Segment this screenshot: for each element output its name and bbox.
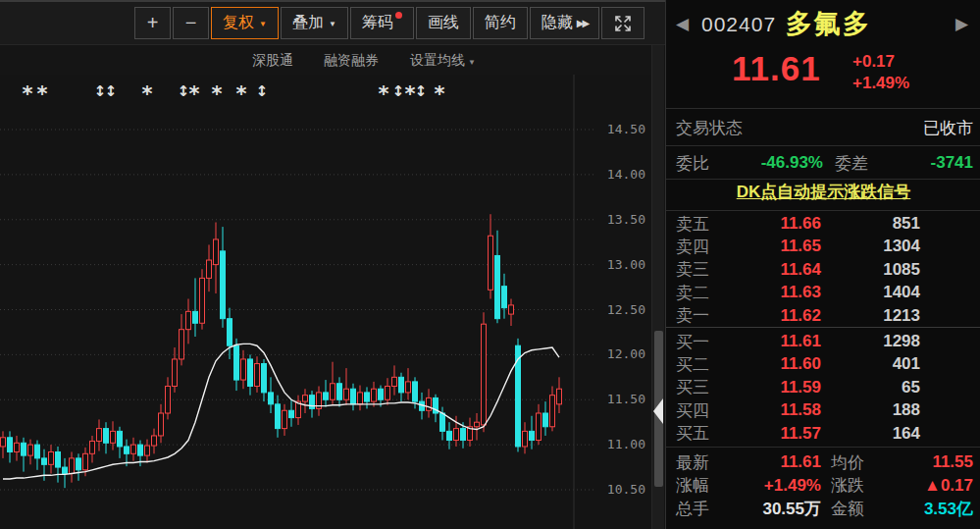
buy-volume: 1298: [821, 332, 980, 351]
ex-rights-marker: ↕: [105, 82, 118, 100]
sell-price: 11.65: [717, 237, 821, 256]
quote-panel: ◀ 002407 多氟多 ▶ 11.61 +0.17 +1.49% 交易状态 已…: [665, 0, 980, 529]
stat-value: 3.53亿: [882, 498, 980, 520]
stock-code: 002407: [701, 13, 776, 36]
toolbar-button-label: 筹码: [362, 13, 393, 33]
toolbar-button-label: 隐藏: [542, 13, 573, 33]
ex-dividend-star-marker: *: [142, 82, 153, 106]
buy-level-row-1[interactable]: 买一11.611298: [666, 330, 980, 353]
stat-label: 涨跌: [821, 474, 882, 497]
sell-volume: 1304: [821, 237, 980, 256]
y-axis-tick: 12.50: [594, 302, 645, 317]
divider: [666, 447, 980, 448]
toolbar-button-jianyue[interactable]: 简约: [473, 7, 528, 39]
ex-dividend-star-marker: *: [212, 82, 223, 106]
chart-link-shengutong[interactable]: 深股通: [252, 52, 293, 70]
stat-label: 最新: [666, 451, 721, 474]
weicha-label: 委差: [823, 152, 884, 175]
buy-volume: 188: [821, 400, 980, 420]
sell-level-label: 卖三: [666, 258, 717, 281]
sell-level-row-2[interactable]: 卖四11.651304: [666, 235, 980, 258]
ex-dividend-star-marker: *: [189, 82, 200, 106]
buy-level-label: 买五: [666, 422, 717, 445]
y-axis-tick: 13.50: [594, 212, 645, 227]
toolbar-buttons: +−复权▼叠加▼筹码画线简约隐藏▶▶: [134, 7, 645, 39]
toolbar-button-fuquan[interactable]: 复权▼: [211, 7, 279, 39]
buy-level-row-2[interactable]: 买二11.60401: [666, 352, 980, 376]
buy-level-label: 买四: [666, 399, 717, 422]
toolbar-button-label: −: [185, 12, 197, 34]
chart-header-links: 深股通融资融券设置均线▼: [0, 45, 651, 75]
weibi-label: 委比: [666, 152, 731, 175]
stat-value: 11.55: [882, 452, 980, 472]
buy-volume: 65: [821, 378, 980, 397]
toolbar-button-label: 复权: [223, 13, 254, 33]
stock-name: 多氟多: [786, 6, 871, 41]
sell-level-row-3[interactable]: 卖三11.641085: [666, 258, 980, 282]
sell-price: 11.64: [717, 260, 821, 280]
chevron-down-icon: ▼: [259, 20, 267, 28]
y-axis-tick: 10.50: [594, 482, 645, 497]
stat-value: +1.49%: [721, 476, 821, 496]
chart-section: +−复权▼叠加▼筹码画线简约隐藏▶▶ 深股通融资融券设置均线▼ **↕↕*↕**…: [0, 0, 665, 529]
prev-stock-arrow-icon[interactable]: ◀: [676, 14, 689, 34]
ex-dividend-star-marker: *: [236, 82, 247, 106]
chevron-down-icon: ▼: [468, 58, 476, 67]
toolbar-button-chouma[interactable]: 筹码: [350, 7, 414, 39]
stat-row: 涨幅+1.49%涨跌▲0.17: [666, 474, 980, 498]
toolbar-button-zoom-out[interactable]: −: [173, 7, 209, 39]
sell-volume: 1085: [821, 260, 980, 280]
y-axis-tick: 14.50: [594, 122, 645, 136]
stock-app-window: +−复权▼叠加▼筹码画线简约隐藏▶▶ 深股通融资融券设置均线▼ **↕↕*↕**…: [0, 0, 980, 529]
buy-level-row-3[interactable]: 买三11.5965: [666, 376, 980, 399]
toolbar-button-yincang[interactable]: 隐藏▶▶: [530, 7, 599, 39]
buy-price: 11.60: [717, 354, 821, 374]
divider: [666, 210, 980, 211]
stat-row: 总手30.55万金额3.53亿: [666, 497, 980, 520]
ex-dividend-star-marker: *: [435, 82, 445, 106]
buy-level-row-5[interactable]: 买五11.57164: [666, 422, 980, 446]
toolbar-button-diejia[interactable]: 叠加▼: [281, 7, 348, 39]
buy-level-label: 买一: [666, 331, 717, 353]
buy-price: 11.59: [717, 378, 821, 397]
sell-volume: 1404: [821, 283, 980, 302]
ex-rights-marker: ↕: [415, 82, 428, 100]
stat-value: 11.61: [721, 452, 821, 472]
toolbar-button-huaxian[interactable]: 画线: [416, 7, 471, 39]
sell-level-row-4[interactable]: 卖二11.631404: [666, 281, 980, 304]
chart-link-rongzirongquan[interactable]: 融资融券: [324, 52, 379, 70]
stat-value: 30.55万: [721, 498, 821, 520]
buy-volume: 164: [821, 424, 980, 444]
sell-price: 11.63: [717, 283, 821, 302]
ex-rights-marker: ↕: [178, 82, 190, 100]
sell-price: 11.62: [717, 306, 821, 326]
ex-dividend-star-marker: *: [379, 82, 389, 106]
weibi-row: 委比 -46.93% 委差 -3741: [666, 147, 980, 179]
sell-level-row-1[interactable]: 卖五11.66851: [666, 212, 980, 236]
sell-level-label: 卖二: [666, 282, 717, 304]
fullscreen-icon[interactable]: [601, 7, 645, 39]
chart-link-shezhijunxian[interactable]: 设置均线▼: [410, 52, 476, 70]
trading-status-value: 已收市: [743, 117, 980, 139]
buy-level-row-4[interactable]: 买四11.58188: [666, 398, 980, 422]
buy-price: 11.58: [717, 400, 821, 420]
next-stock-arrow-icon[interactable]: ▶: [955, 14, 968, 34]
stat-label: 金额: [821, 498, 882, 520]
toolbar-button-zoom-in[interactable]: +: [134, 7, 171, 39]
kline-chart[interactable]: **↕↕*↕***↕*↕*↕*: [0, 75, 593, 529]
price-axis: 14.5014.0013.5013.0012.5012.0011.5011.00…: [593, 75, 651, 529]
dk-signal-link[interactable]: DK点自动提示涨跌信号: [666, 181, 980, 203]
toolbar-button-label: 简约: [485, 13, 516, 33]
stat-value: ▲0.17: [882, 476, 980, 496]
toolbar-button-label: 画线: [428, 13, 459, 33]
stat-row: 最新11.61均价11.55: [666, 450, 980, 474]
sell-level-label: 卖五: [666, 213, 717, 236]
red-dot-badge: [395, 12, 402, 19]
double-right-arrow-icon: ▶▶: [577, 18, 588, 28]
sell-level-row-5[interactable]: 卖一11.621213: [666, 304, 980, 328]
trading-status-row: 交易状态 已收市: [666, 111, 980, 144]
ex-dividend-star-marker: *: [37, 82, 48, 106]
panel-collapse-handle[interactable]: [653, 398, 663, 424]
vertical-scrollbar[interactable]: [651, 45, 664, 529]
buy-price: 11.61: [717, 332, 821, 351]
